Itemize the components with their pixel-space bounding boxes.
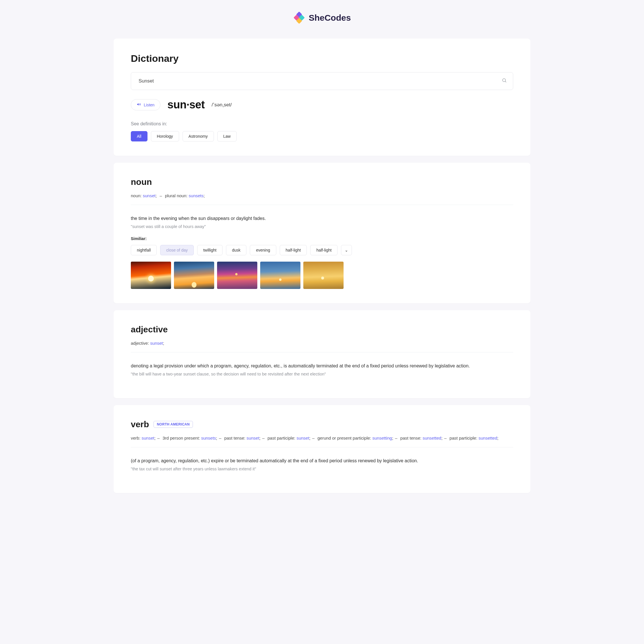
adjective-definition: denoting a legal provision under which a…: [131, 362, 513, 370]
verb-card: verb NORTH AMERICAN verb: sunset;– 3rd p…: [114, 405, 530, 493]
similar-chip[interactable]: twillight: [197, 245, 223, 255]
word-row: Listen sun·set /ˈsənˌset/: [131, 99, 513, 111]
listen-label: Listen: [144, 103, 154, 107]
search-icon[interactable]: [502, 78, 507, 85]
noun-card: noun noun: sunset; – plural noun: sunset…: [114, 163, 530, 303]
adjective-example: "the bill will have a two-year sunset cl…: [131, 372, 513, 376]
sunset-thumb[interactable]: [303, 262, 344, 289]
filter-chip[interactable]: Law: [217, 131, 237, 141]
filter-chip[interactable]: All: [131, 131, 147, 141]
noun-heading: noun: [131, 177, 513, 187]
word-phonetic: /ˈsənˌset/: [212, 102, 232, 108]
sunset-thumb[interactable]: [217, 262, 257, 289]
svg-point-4: [503, 79, 506, 82]
filter-chip[interactable]: Astronomy: [183, 131, 214, 141]
header-card: Dictionary Listen sun·set: [114, 39, 530, 156]
noun-forms: noun: sunset; – plural noun: sunsets;: [131, 192, 513, 200]
search-input[interactable]: [131, 72, 513, 90]
similar-chips: nightfallclose of daytwillightduskevenin…: [131, 245, 513, 255]
similar-chip[interactable]: evening: [250, 245, 276, 255]
page-title: Dictionary: [131, 53, 513, 64]
sunset-thumb[interactable]: [131, 262, 171, 289]
sunset-thumb[interactable]: [174, 262, 214, 289]
brand-logo: SheCodes: [114, 11, 530, 24]
similar-chip[interactable]: close of day: [160, 245, 194, 255]
noun-example: "sunset was still a couple of hours away…: [131, 224, 513, 229]
logo-icon: [293, 11, 306, 24]
sunset-thumb[interactable]: [260, 262, 300, 289]
region-badge: NORTH AMERICAN: [154, 421, 193, 428]
speaker-icon: [137, 102, 141, 107]
filter-label: See definitions in:: [131, 121, 513, 127]
adjective-heading: adjective: [131, 325, 513, 334]
similar-chip[interactable]: dusk: [226, 245, 247, 255]
noun-definition: the time in the evening when the sun dis…: [131, 215, 513, 222]
verb-example: "the tax cut will sunset after three yea…: [131, 467, 513, 471]
brand-name: SheCodes: [309, 13, 351, 23]
svg-line-5: [505, 81, 506, 83]
similar-chip[interactable]: nightfall: [131, 245, 157, 255]
svg-marker-6: [137, 103, 139, 106]
chevron-down-icon: ⌄: [345, 248, 348, 252]
listen-button[interactable]: Listen: [131, 99, 160, 110]
verb-heading: verb NORTH AMERICAN: [131, 419, 513, 429]
word-syllables: sun·set: [167, 99, 205, 111]
similar-label: Similiar:: [131, 236, 513, 241]
adjective-card: adjective adjective: sunset; denoting a …: [114, 310, 530, 398]
filter-chips: AllHorologyAstronomyLaw: [131, 131, 513, 141]
filter-chip[interactable]: Horology: [151, 131, 179, 141]
adjective-forms: adjective: sunset;: [131, 340, 513, 347]
similar-chip[interactable]: half-light: [280, 245, 307, 255]
image-gallery: [131, 262, 513, 289]
verb-definition: (of a program, agency, regulation, etc.)…: [131, 457, 513, 465]
search-wrap: [131, 72, 513, 90]
expand-similar-button[interactable]: ⌄: [341, 245, 352, 255]
similar-chip[interactable]: half-light: [310, 245, 338, 255]
verb-forms: verb: sunset;– 3rd person present: sunse…: [131, 434, 513, 442]
